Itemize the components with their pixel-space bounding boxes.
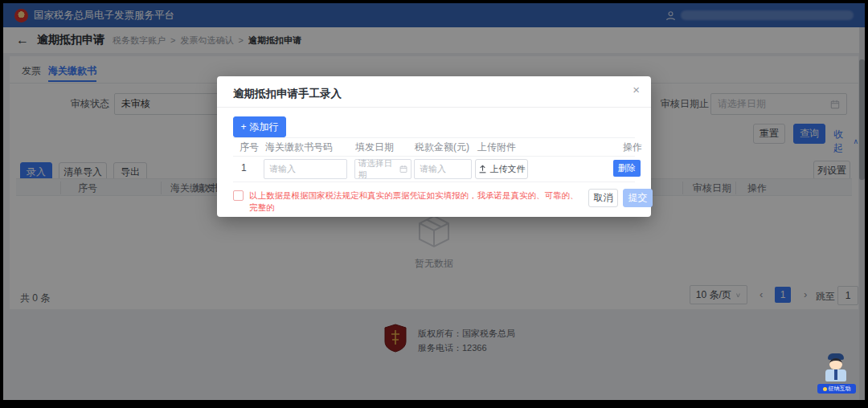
issue-date-placeholder: 请选择日期 — [358, 158, 397, 181]
issue-date-input[interactable]: 请选择日期 — [354, 159, 411, 179]
modal-table-top-border — [233, 137, 635, 138]
mascot-tie — [834, 369, 837, 380]
assistant-mascot[interactable]: 征纳互动 — [816, 353, 858, 398]
mascot-label[interactable]: 征纳互动 — [817, 384, 856, 394]
agreement-row: 以上数据是根据国家税法规定和真实的票据凭证如实填报的，我承诺是真实的、可靠的、完… — [233, 190, 579, 213]
upload-icon — [478, 165, 487, 173]
customs-number-placeholder: 请输入 — [269, 163, 296, 175]
agreement-text: 以上数据是根据国家税法规定和真实的票据凭证如实填报的，我承诺是真实的、可靠的、完… — [249, 190, 579, 213]
delete-row-button[interactable]: 删除 — [613, 160, 641, 177]
mth-customs-number: 海关缴款书号码 — [265, 141, 333, 154]
row-index: 1 — [241, 162, 247, 173]
plus-icon: + — [240, 121, 246, 133]
mth-attachment: 上传附件 — [477, 141, 516, 154]
mth-tax-amount: 税款金额(元) — [415, 141, 469, 154]
mth-issue-date: 填发日期 — [355, 141, 394, 154]
modal-row-border — [233, 182, 635, 182]
mascot-label-text: 征纳互动 — [829, 385, 851, 393]
mth-operation: 操作 — [623, 141, 642, 154]
mascot-badge-icon — [823, 387, 827, 391]
mascot-face — [829, 358, 842, 369]
close-icon[interactable]: × — [633, 83, 640, 96]
submit-button[interactable]: 提交 — [623, 189, 653, 207]
customs-number-input[interactable]: 请输入 — [264, 159, 347, 179]
tax-amount-placeholder: 请输入 — [420, 163, 446, 175]
add-row-button[interactable]: + 添加行 — [233, 116, 286, 137]
app-window: 国家税务总局电子发票服务平台 ← 逾期抵扣申请 税务数字账户 > 发票勾选确认 … — [3, 3, 865, 400]
mth-index: 序号 — [240, 141, 259, 154]
tax-amount-input[interactable]: 请输入 — [414, 159, 472, 179]
upload-label: 上传文件 — [490, 163, 526, 175]
upload-file-button[interactable]: 上传文件 — [475, 159, 528, 179]
modal-table-header-border — [233, 156, 635, 157]
modal-divider — [217, 107, 651, 108]
cancel-button[interactable]: 取消 — [588, 189, 618, 207]
calendar-icon — [399, 165, 407, 173]
manual-entry-modal: 逾期抵扣申请手工录入 × + 添加行 序号 海关缴款书号码 填发日期 税款金额(… — [217, 76, 651, 217]
modal-title: 逾期抵扣申请手工录入 — [233, 87, 342, 101]
add-row-label: 添加行 — [250, 120, 279, 134]
agreement-checkbox[interactable] — [233, 190, 244, 201]
